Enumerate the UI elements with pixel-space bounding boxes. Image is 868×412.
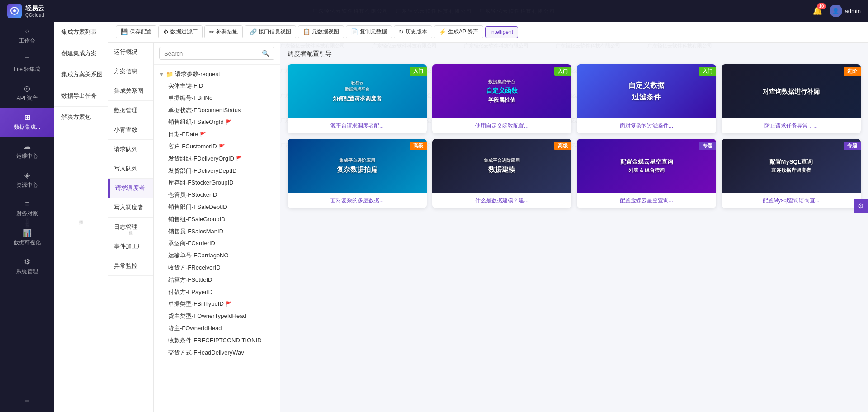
list-item[interactable]: 销售组织-FSaleOrgId 🚩 [159,116,274,128]
list-item[interactable]: 单据类型-FBillTypeID 🚩 [159,298,274,310]
third-sidebar-item-small-batch[interactable]: 小青查数 [108,120,153,140]
list-item[interactable]: 承运商-FCarrierID [159,237,274,250]
intelligent-button[interactable]: intelligent [485,26,518,38]
list-item[interactable]: 发货组织-FDeliveryOrgID 🚩 [159,153,274,165]
tree-root[interactable]: ▼ 📁 请求参数-request [159,68,274,80]
sidebar-item-visualization[interactable]: 📊 数据可视化 [0,223,54,252]
interface-icon: 🔗 [250,28,257,35]
sidebar-item-data-integration[interactable]: ⊞ 数据集成... [0,108,54,137]
third-sidebar-item-integration-map[interactable]: 集成关系图 [108,81,153,101]
card-image-8: 专题 配置MySQL查询 直连数据库调度者 [722,139,861,193]
list-item[interactable]: 货主-FOwnerIdHead [159,322,274,335]
list-item[interactable]: 结算方-FSettleID [159,274,274,286]
sidebar-item-api[interactable]: ◎ API 资产 [0,79,54,108]
third-sidebar-item-overview[interactable]: 运行概况 [108,43,153,62]
third-sidebar-item-event-factory[interactable]: 事件加工厂 [108,237,153,256]
sidebar-item-resource[interactable]: ◈ 资源中心 [0,166,54,194]
copy-meta-button[interactable]: 📄 复制元数据 [346,25,392,38]
search-input[interactable] [164,50,259,57]
third-sidebar-item-request-moderator[interactable]: 请求调度者 [108,179,153,198]
sidebar-item-system[interactable]: ⚙ 系统管理 [0,252,54,281]
notification-button[interactable]: 🔔 10 [812,6,822,16]
copy-icon: 📄 [351,28,358,35]
guide-cards-row1: 入门 轻易云数据集成平台 如何配置请求调度者 源平台请求调度者配... 入门 [288,64,861,133]
card-inner-text-2: 数据集成平台 自定义函数 学段属性值 [482,75,521,108]
sidebar-item-finance[interactable]: ≡ 财务对账 [0,194,54,223]
settings-float-button[interactable]: ⚙ [854,199,868,213]
generate-api-label: 生成API资产 [448,28,478,36]
second-sidebar-item-map[interactable]: 集成方案关系图 [54,64,108,85]
logo-text: 轻易云 QCcloud [25,5,44,18]
list-item[interactable]: 单据状态-FDocumentStatus [159,104,274,117]
user-area[interactable]: 👤 admin [830,5,861,17]
second-sidebar-item-create[interactable]: 创建集成方案 [54,43,108,64]
guide-card-4[interactable]: 进阶 对查询数据进行补漏 防止请求任务异常，... [722,64,861,133]
flag-icon: 🚩 [236,155,242,163]
list-item[interactable]: 库存组-FStockerGroupID [159,177,274,189]
third-sidebar-item-write-moderator[interactable]: 写入调度者 [108,198,153,218]
third-sidebar-item-solution-info[interactable]: 方案信息 [108,62,153,81]
third-sidebar-item-log-management[interactable]: 日志管理 [108,218,153,237]
interface-view-button[interactable]: 🔗 接口信息视图 [245,25,296,38]
list-item[interactable]: 交货方式-FHeadDeliveryWav [159,347,274,359]
card-desc-8: 配置Mysql查询语句直... [722,193,861,208]
sidebar-label-data-integration: 数据集成... [14,123,40,131]
list-item[interactable]: 实体主键-FID [159,80,274,92]
folder-icon: 📁 [166,71,173,78]
second-sidebar-item-export[interactable]: 数据导出任务 [54,85,108,107]
list-item[interactable]: 收货方-FReceiverID [159,262,274,274]
api-icon: ◎ [24,84,30,93]
header: 广东轻亿云软件科技有限公司 广东轻亿云软件科技有限公司 广东轻亿云软件科技有限公… [0,0,868,22]
generate-api-button[interactable]: ⚡ 生成API资产 [434,25,483,38]
list-item[interactable]: 销售组-FSaleGroupID [159,213,274,226]
list-item[interactable]: 货主类型-FOwnerTypeIdHead [159,310,274,322]
item-label: 客户-FCustomerID [168,142,217,152]
list-item[interactable]: 仓管员-FStockerID [159,189,274,201]
list-item[interactable]: 日期-FDate 🚩 [159,128,274,141]
list-item[interactable]: 单据编号-FBillNo [159,92,274,104]
list-item[interactable]: 销售部门-FSaleDeptID [159,201,274,213]
list-item[interactable]: 运输单号-FCarriageNO [159,250,274,262]
third-sidebar-item-request-queue[interactable]: 请求队列 [108,140,153,159]
guide-card-5[interactable]: 高级 集成平台进阶应用 复杂数据拍扁 面对复杂的多层数据... [288,139,427,208]
guide-card-6[interactable]: 高级 集成平台进阶应用 数据建模 什么是数据建模？建... [432,139,571,208]
third-sidebar-item-write-queue[interactable]: 写入队列 [108,159,153,179]
sidebar-label-resource: 资源中心 [16,181,38,189]
sidebar-item-lite[interactable]: □ Lite 轻集成 [0,50,54,79]
list-item[interactable]: 客户-FCustomerID 🚩 [159,141,274,153]
logo-icon [7,4,22,18]
ops-icon: ☁ [24,142,31,151]
data-filter-button[interactable]: ⚙ 数据过滤厂 [158,25,203,38]
filter-icon: ⚙ [163,28,169,35]
item-label: 日期-FDate [168,130,198,139]
list-item[interactable]: 付款方-FPayerID [159,286,274,298]
sidebar-item-workbench[interactable]: ○ 工作台 [0,22,54,50]
save-config-button[interactable]: 💾 保存配置 [116,25,156,38]
card-image-1: 入门 轻易云数据集成平台 如何配置请求调度者 [288,64,427,118]
third-sidebar-item-anomaly-monitor[interactable]: 异常监控 [108,256,153,276]
sidebar-bottom-toggle[interactable]: ≡ [0,392,54,412]
sidebar-item-ops[interactable]: ☁ 运维中心 [0,137,54,166]
history-button[interactable]: ↻ 历史版本 [394,25,432,38]
history-icon: ↻ [399,28,404,35]
data-filter-label: 数据过滤厂 [170,28,198,36]
guide-card-2[interactable]: 入门 数据集成平台 自定义函数 学段属性值 使用自定义函数配置... [432,64,571,133]
guide-card-3[interactable]: 入门 自定义数据 过滤条件 面对复杂的过滤条件... [577,64,716,133]
supplement-button[interactable]: ✏ 补漏措施 [204,25,243,38]
guide-card-7[interactable]: 专题 配置金蝶云星空查询 列表 & 组合筛询 配置金蝶云星空查询... [577,139,716,208]
card-inner-text-3: 自定义数据 过滤条件 [625,76,668,106]
header-logo[interactable]: 轻易云 QCcloud [7,4,44,18]
search-icon[interactable]: 🔍 [262,50,269,57]
list-item[interactable]: 收款条件-FRECEIPTCONDITIONID [159,335,274,347]
second-sidebar-item-solution-list[interactable]: 集成方案列表 [54,22,108,43]
list-item[interactable]: 销售员-FSalesManID [159,226,274,238]
third-sidebar-item-data-management[interactable]: 数据管理 [108,101,153,120]
resource-icon: ◈ [24,171,30,180]
meta-view-button[interactable]: 📋 元数据视图 [298,25,344,38]
system-icon: ⚙ [24,257,30,266]
guide-card-8[interactable]: 专题 配置MySQL查询 直连数据库调度者 配置Mysql查询语句直... [722,139,861,208]
list-item[interactable]: 发货部门-FDeliveryDeptID [159,165,274,177]
guide-card-1[interactable]: 入门 轻易云数据集成平台 如何配置请求调度者 源平台请求调度者配... [288,64,427,133]
second-sidebar-item-package[interactable]: 解决方案包 [54,107,108,128]
card-desc-7: 配置金蝶云星空查询... [577,193,716,208]
